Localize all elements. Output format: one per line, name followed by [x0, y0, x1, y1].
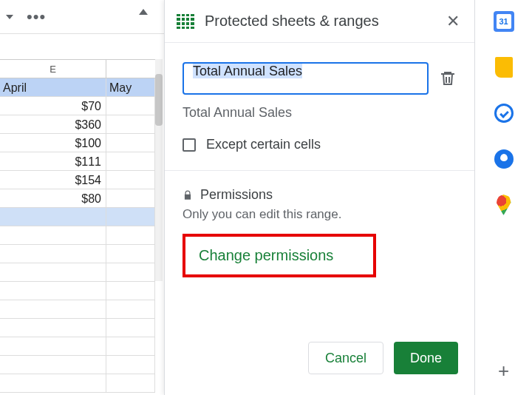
add-addon-icon[interactable]: + — [493, 359, 515, 382]
cell[interactable]: $100 — [0, 134, 106, 152]
panel-header: Protected sheets & ranges ✕ — [165, 0, 474, 43]
cell[interactable]: April — [0, 78, 106, 96]
change-permissions-highlight: Change permissions — [183, 234, 376, 277]
vertical-scrollbar-thumb[interactable] — [155, 74, 163, 126]
cell[interactable] — [106, 115, 155, 133]
cell[interactable] — [106, 226, 155, 244]
table-row[interactable] — [0, 356, 155, 374]
except-checkbox[interactable] — [183, 138, 196, 152]
table-row[interactable] — [0, 319, 155, 337]
toolbar-divider — [0, 33, 164, 34]
cell[interactable] — [106, 356, 155, 374]
column-headers: E — [0, 59, 155, 78]
table-row[interactable] — [0, 226, 155, 245]
panel-body: Total Annual Sales Total Annual Sales Ex… — [165, 43, 474, 277]
table-row[interactable]: $100 — [0, 134, 155, 152]
cell[interactable] — [106, 152, 155, 170]
cell[interactable] — [0, 263, 106, 281]
cell[interactable] — [106, 263, 155, 281]
table-row[interactable]: $360 — [0, 115, 155, 134]
table-row[interactable]: $111 — [0, 152, 155, 171]
cell[interactable]: $154 — [0, 171, 106, 189]
cell[interactable] — [106, 208, 155, 226]
range-name-label: Total Annual Sales — [183, 105, 457, 121]
cell[interactable] — [0, 319, 106, 337]
cell[interactable] — [106, 245, 155, 263]
cell[interactable] — [106, 282, 155, 300]
side-panel-rail: + — [474, 0, 532, 395]
cell[interactable] — [106, 171, 155, 189]
contacts-icon[interactable] — [493, 148, 515, 170]
cell[interactable] — [106, 189, 155, 207]
permissions-section: Permissions Only you can edit this range… — [183, 171, 457, 277]
cell[interactable] — [106, 337, 155, 355]
cell[interactable]: May — [106, 78, 155, 96]
cell[interactable] — [106, 374, 155, 392]
table-row[interactable] — [0, 208, 155, 226]
table-row[interactable] — [0, 300, 155, 319]
description-input[interactable]: Total Annual Sales — [183, 62, 429, 95]
table-row[interactable] — [0, 374, 155, 393]
cell[interactable] — [0, 337, 106, 355]
panel-title: Protected sheets & ranges — [205, 13, 443, 30]
except-row: Except certain cells — [183, 137, 457, 152]
more-icon[interactable]: ••• — [27, 13, 46, 21]
cell[interactable] — [0, 208, 106, 226]
header-row[interactable]: April May — [0, 78, 155, 97]
done-button[interactable]: Done — [394, 342, 458, 374]
trash-icon[interactable] — [439, 70, 457, 87]
footer-buttons: Cancel Done — [308, 342, 458, 374]
cell[interactable] — [106, 300, 155, 318]
except-label: Except certain cells — [206, 137, 321, 152]
cell[interactable] — [106, 97, 155, 115]
table-row[interactable] — [0, 337, 155, 356]
cell[interactable] — [0, 282, 106, 300]
cell[interactable] — [106, 134, 155, 152]
change-permissions-link[interactable]: Change permissions — [199, 247, 333, 263]
table-row[interactable] — [0, 245, 155, 263]
dropdown-arrow-icon[interactable] — [6, 15, 13, 19]
table-row[interactable]: $80 — [0, 189, 155, 208]
table-row[interactable] — [0, 282, 155, 300]
column-header-f[interactable] — [106, 60, 155, 78]
table-row[interactable] — [0, 263, 155, 282]
toolbar-fragment: ••• — [0, 0, 164, 33]
lock-icon — [183, 190, 193, 200]
maps-icon[interactable] — [493, 194, 515, 216]
table-row[interactable]: $70 — [0, 97, 155, 115]
permissions-header: Permissions — [183, 187, 457, 203]
cell[interactable]: $360 — [0, 115, 106, 133]
column-header-e[interactable]: E — [0, 60, 106, 78]
calendar-icon[interactable] — [493, 10, 515, 33]
permissions-description: Only you can edit this range. — [183, 207, 457, 222]
cell[interactable]: $80 — [0, 189, 106, 207]
cell[interactable] — [0, 245, 106, 263]
rows-area: April May $70 $360 $100 $111 $154 $80 — [0, 78, 155, 393]
cell[interactable] — [0, 356, 106, 374]
tasks-icon[interactable] — [493, 102, 515, 124]
cell[interactable] — [0, 300, 106, 318]
protected-ranges-panel: Protected sheets & ranges ✕ Total Annual… — [164, 0, 474, 395]
keep-icon[interactable] — [493, 56, 515, 78]
cell[interactable]: $111 — [0, 152, 106, 170]
cancel-button[interactable]: Cancel — [308, 342, 383, 374]
cell[interactable] — [106, 319, 155, 337]
cell[interactable]: $70 — [0, 97, 106, 115]
cell[interactable] — [0, 374, 106, 392]
table-row[interactable]: $154 — [0, 171, 155, 189]
close-icon[interactable]: ✕ — [443, 9, 463, 34]
collapse-up-icon[interactable] — [139, 9, 148, 15]
cell[interactable] — [0, 226, 106, 244]
sheets-icon — [177, 14, 194, 29]
spreadsheet-area: ••• E April May $70 $360 $100 $111 $154 … — [0, 0, 164, 395]
description-row: Total Annual Sales — [183, 62, 457, 95]
permissions-title: Permissions — [200, 187, 273, 203]
